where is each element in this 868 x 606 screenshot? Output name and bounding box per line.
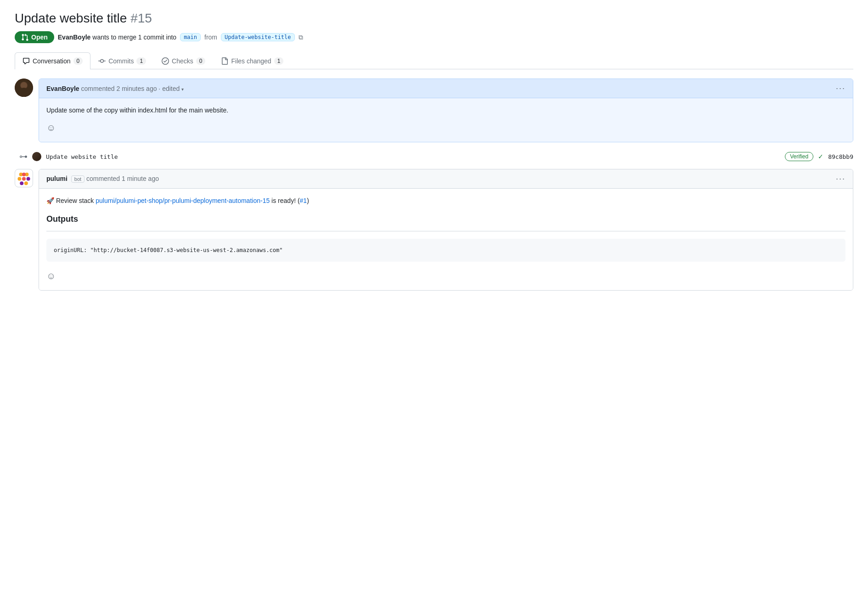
tab-checks-label: Checks (172, 57, 193, 65)
verified-badge: Verified (785, 152, 813, 161)
conversation-icon (23, 57, 30, 65)
svg-point-7 (17, 177, 21, 181)
evan-comment-edited: · edited (158, 85, 181, 92)
pulumi-avatar (15, 169, 33, 187)
outputs-divider (46, 231, 845, 231)
pr-title-text: Update website title (15, 11, 127, 25)
tab-checks[interactable]: Checks 0 (154, 52, 213, 69)
tab-files-label: Files changed (231, 57, 271, 65)
commit-message[interactable]: Update website title (46, 153, 118, 160)
tab-files-changed[interactable]: Files changed 1 (213, 52, 291, 69)
review-text: Review stack (56, 197, 94, 204)
pr-author[interactable]: EvanBoyle (58, 34, 91, 41)
tab-conversation-label: Conversation (33, 57, 71, 65)
evan-comment-header: EvanBoyle commented 2 minutes ago · edit… (39, 79, 853, 98)
head-branch-tag[interactable]: Update-website-title (221, 33, 295, 41)
status-badge: Open (15, 31, 54, 43)
review-stack-link[interactable]: pulumi/pulumi-pet-shop/pr-pulumi-deploym… (96, 197, 270, 204)
pulumi-comment-author[interactable]: pulumi (46, 175, 68, 182)
outputs-section: Outputs originURL: "http://bucket-14f008… (46, 213, 845, 262)
tabs-bar: Conversation 0 Commits 1 Checks 0 Files … (15, 52, 853, 69)
tab-conversation[interactable]: Conversation 0 (15, 52, 90, 69)
svg-point-2 (17, 90, 30, 97)
pr-meta-text: EvanBoyle wants to merge 1 commit into (58, 34, 176, 41)
tab-commits-count: 1 (136, 57, 146, 65)
pulumi-emoji-reaction-button[interactable]: ☺ (46, 269, 56, 283)
check-icon: ✓ (818, 153, 823, 160)
pr-action-text: wants to merge 1 commit into (92, 34, 176, 41)
pr-number: #15 (130, 11, 152, 25)
copy-icon[interactable]: ⧉ (299, 34, 303, 41)
commit-node-icon: ⊶ (19, 152, 28, 162)
ready-text: is ready! ( (271, 197, 299, 204)
svg-point-8 (27, 177, 30, 181)
tab-commits-label: Commits (108, 57, 134, 65)
code-content: originURL: "http://bucket-14f0087.s3-web… (54, 247, 283, 253)
svg-point-6 (22, 173, 26, 176)
ref-close: ) (307, 197, 309, 204)
evan-comment-thread: EvanBoyle commented 2 minutes ago · edit… (15, 79, 853, 142)
pulumi-comment-thread: pulumi bot commented 1 minute ago ··· 🚀 … (15, 169, 853, 291)
pulumi-comment-time: commented 1 minute ago (86, 175, 159, 182)
svg-point-9 (22, 177, 26, 181)
evan-comment-meta: EvanBoyle commented 2 minutes ago · edit… (46, 85, 184, 92)
pr-title: Update website title #15 (15, 11, 853, 26)
emoji-reaction-button[interactable]: ☺ (46, 121, 56, 135)
tab-conversation-count: 0 (73, 57, 83, 65)
commit-author-avatar (32, 152, 41, 161)
pr-ref-link[interactable]: #1 (300, 197, 307, 204)
commit-hash[interactable]: 89c8bb9 (828, 153, 853, 160)
status-label: Open (31, 34, 48, 41)
commit-connector: ⊶ (19, 152, 28, 162)
svg-point-11 (24, 181, 28, 185)
pulumi-comment-box: pulumi bot commented 1 minute ago ··· 🚀 … (39, 169, 853, 291)
pulumi-comment-header: pulumi bot commented 1 minute ago ··· (39, 169, 853, 189)
evan-comment-text: Update some of the copy within index.htm… (46, 106, 845, 115)
rocket-emoji: 🚀 (46, 197, 54, 204)
tab-checks-count: 0 (196, 57, 206, 65)
evan-comment-time: commented 2 minutes ago (81, 85, 157, 92)
pulumi-comment-body: 🚀 Review stack pulumi/pulumi-pet-shop/pr… (39, 189, 853, 290)
outputs-title: Outputs (46, 213, 845, 225)
pulumi-comment-text: 🚀 Review stack pulumi/pulumi-pet-shop/pr… (46, 196, 845, 206)
files-changed-icon (221, 57, 228, 65)
svg-point-0 (15, 79, 33, 97)
pr-meta: Open EvanBoyle wants to merge 1 commit i… (15, 31, 853, 43)
checks-icon (162, 57, 169, 65)
from-text: from (204, 34, 217, 41)
code-block: originURL: "http://bucket-14f0087.s3-web… (46, 239, 845, 262)
pulumi-logo-icon (17, 171, 31, 185)
main-content: EvanBoyle commented 2 minutes ago · edit… (15, 69, 853, 291)
pulumi-comment-more-button[interactable]: ··· (836, 174, 845, 184)
svg-point-3 (21, 82, 27, 89)
evan-comment-box: EvanBoyle commented 2 minutes ago · edit… (39, 79, 853, 142)
svg-point-10 (20, 181, 23, 185)
bot-badge: bot (71, 175, 85, 183)
tab-files-count: 1 (274, 57, 284, 65)
evan-avatar (15, 79, 33, 97)
commits-icon (98, 57, 106, 65)
evan-comment-author[interactable]: EvanBoyle (46, 85, 79, 92)
evan-comment-body: Update some of the copy within index.htm… (39, 98, 853, 142)
commit-right-section: Verified ✓ 89c8bb9 (785, 152, 853, 161)
commit-row: ⊶ Update website title Verified ✓ 89c8bb… (15, 150, 853, 169)
pulumi-comment-meta: pulumi bot commented 1 minute ago (46, 175, 159, 183)
tab-commits[interactable]: Commits 1 (90, 52, 154, 69)
git-pr-icon (21, 34, 28, 41)
base-branch-tag[interactable]: main (180, 33, 201, 41)
edited-dropdown-icon[interactable]: ▾ (181, 87, 184, 92)
comment-more-button[interactable]: ··· (836, 84, 845, 93)
